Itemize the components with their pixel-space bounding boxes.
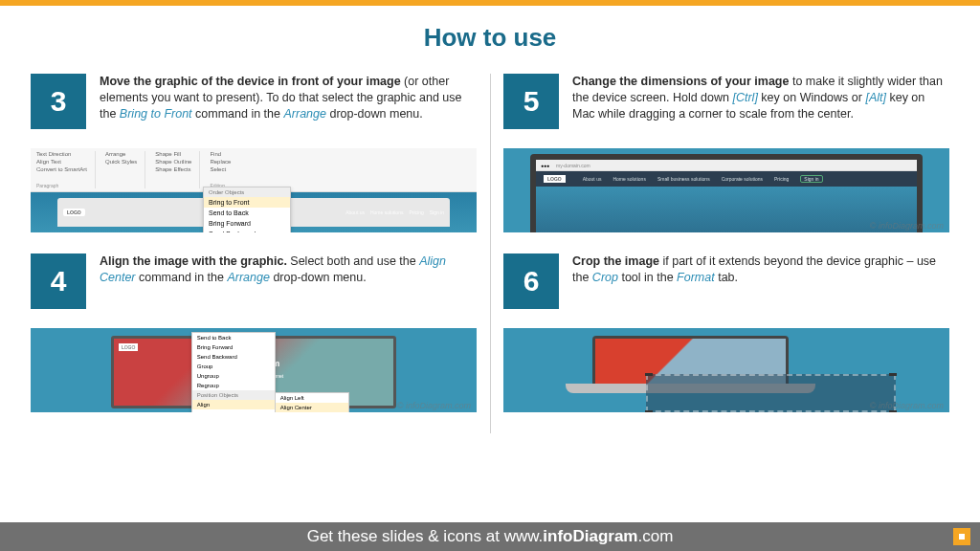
dropdown-item-align: Align: [192, 400, 275, 409]
ribbon-item: Shape Fill: [155, 151, 191, 157]
dropdown-item: Ungroup: [192, 371, 275, 381]
flyout-item: Align Left: [276, 393, 348, 403]
arrange-dropdown-menu: Send to Back Bring Forward Send Backward…: [191, 332, 276, 412]
arrange-dropdown-menu: Order Objects Bring to Front Send to Bac…: [203, 187, 291, 232]
step-text-part: Select both and use the: [287, 254, 419, 268]
laptop-screen: ●●● my-domain.com LOGO About us Home sol…: [536, 160, 917, 232]
step-text-part: tool in the: [618, 271, 677, 284]
step-number-badge: 6: [503, 253, 559, 309]
column-divider: [490, 74, 491, 433]
step-3: 3 Move the graphic of the device in fron…: [31, 74, 477, 232]
nav-item: Pricing: [409, 209, 423, 215]
hero-area: [536, 187, 917, 232]
step-text-highlight: Arrange: [227, 271, 269, 284]
accent-top-bar: [0, 0, 980, 6]
flyout-item-align-center: Align Center: [276, 403, 348, 412]
step-text-highlight: [Ctrl]: [732, 91, 757, 104]
dropdown-item: Send to Back: [192, 333, 275, 342]
dropdown-item: Group: [192, 362, 275, 371]
browser-address-bar: ●●● my-domain.com: [536, 160, 917, 171]
crop-handle-icon: [645, 373, 653, 376]
step-text: Change the dimensions of your image to m…: [572, 74, 949, 122]
ribbon-item: Shape Outline: [155, 159, 191, 165]
crop-overlay: [646, 374, 896, 412]
watermark: © infoDiagram.com: [870, 221, 944, 231]
nav-item: Sign in: [430, 209, 444, 215]
step-text-bold: Change the dimensions of your image: [572, 75, 789, 88]
step-text-part: tab.: [715, 271, 738, 284]
step-text-highlight: Crop: [592, 271, 618, 284]
dropdown-section-header: Position Objects: [192, 390, 275, 400]
ribbon-item: Replace: [210, 159, 231, 165]
nav-item: Home solutions: [612, 176, 645, 182]
footer-text-suffix: .com: [637, 527, 673, 546]
step-text-highlight: [Alt]: [865, 91, 886, 104]
ribbon-item: Text Direction: [36, 151, 87, 157]
step-text-bold: Move the graphic of the device in front …: [100, 75, 401, 88]
nav-item: Home solutions: [370, 209, 403, 215]
crop-handle-icon: [889, 373, 897, 376]
dropdown-item-bring-to-front: Bring to Front: [204, 197, 290, 208]
step-header: 4 Align the image with the graphic. Sele…: [31, 253, 477, 322]
step-header: 5 Change the dimensions of your image to…: [503, 74, 949, 143]
step-header: 3 Move the graphic of the device in fron…: [31, 74, 477, 143]
dropdown-item: Bring Forward: [204, 218, 290, 229]
ribbon-item: Align Text: [36, 159, 87, 165]
nav-item: Corporate solutions: [722, 176, 763, 182]
ribbon-item: Quick Styles: [105, 159, 137, 165]
align-flyout: Align Left Align Center Align Right: [275, 392, 349, 412]
footer-logo-icon: [953, 528, 970, 545]
step-3-illustration: Text Direction Align Text Convert to Sma…: [31, 148, 477, 232]
step-6-illustration: © infoDiagram.com: [503, 328, 949, 412]
step-header: 6 Crop the image if part of it extends b…: [503, 253, 949, 322]
logo-chip: LOGO: [63, 209, 85, 216]
step-4-illustration: LOGO Lorem ipsum Lorem ipsum dolor sit a…: [31, 328, 477, 412]
step-text: Move the graphic of the device in front …: [100, 74, 477, 122]
ribbon-item: Shape Effects: [155, 166, 191, 172]
address-text: my-domain.com: [556, 163, 590, 168]
logo-chip: LOGO: [544, 175, 566, 183]
step-5-illustration: ●●● my-domain.com LOGO About us Home sol…: [503, 148, 949, 232]
footer-bar: Get these slides & icons at www.infoDiag…: [0, 522, 980, 551]
browser-dot-icon: ●●●: [541, 163, 549, 168]
ribbon-item: Find: [210, 151, 231, 157]
dropdown-item: Regroup: [192, 381, 275, 390]
step-text-part: command in the: [192, 107, 284, 121]
logo-chip: LOGO: [119, 343, 138, 351]
step-number-badge: 4: [31, 253, 86, 309]
step-text-highlight: Arrange: [283, 107, 325, 121]
step-text-bold: Crop the image: [572, 254, 659, 268]
step-number-badge: 5: [503, 74, 559, 129]
step-text-part: key on Windows or: [758, 91, 866, 104]
ribbon-item: Select: [210, 166, 231, 172]
nav-tiny: About us Home solutions Pricing Sign in: [345, 209, 444, 215]
step-text-bold: Align the image with the graphic.: [100, 254, 287, 268]
step-text-part: command in the: [136, 271, 228, 284]
watermark: © infoDiagram.com: [397, 401, 471, 410]
dropdown-item: Send Backward: [204, 229, 290, 232]
step-5: 5 Change the dimensions of your image to…: [503, 74, 949, 232]
steps-grid: 3 Move the graphic of the device in fron…: [0, 74, 980, 433]
laptop-frame: ●●● my-domain.com LOGO About us Home sol…: [530, 154, 923, 232]
step-4: 4 Align the image with the graphic. Sele…: [31, 253, 477, 412]
crop-handle-icon: [645, 410, 653, 412]
ribbon-item: Convert to SmartArt: [36, 166, 87, 172]
dropdown-section-header: Order Objects: [204, 187, 290, 197]
nav-item: Pricing: [774, 176, 789, 182]
nav-item: About us: [583, 176, 602, 182]
nav-item: Small business solutions: [657, 176, 710, 182]
dropdown-item: Bring Forward: [192, 342, 275, 352]
step-text: Align the image with the graphic. Select…: [100, 253, 477, 286]
watermark: © infoDiagram.com: [870, 401, 944, 410]
footer-brand: infoDiagram: [543, 527, 637, 546]
ribbon-item: Arrange: [105, 151, 137, 157]
dropdown-item: Send to Back: [204, 208, 290, 218]
ribbon-group-label: Paragraph: [36, 183, 87, 188]
step-text-highlight: Bring to Front: [120, 107, 192, 121]
nav-item: Sign in: [800, 175, 822, 183]
step-6: 6 Crop the image if part of it extends b…: [503, 253, 949, 412]
step-number-badge: 3: [31, 74, 86, 129]
step-text-part: drop-down menu.: [270, 271, 367, 284]
nav-item: About us: [345, 209, 365, 215]
step-text-part: drop-down menu.: [326, 107, 423, 121]
